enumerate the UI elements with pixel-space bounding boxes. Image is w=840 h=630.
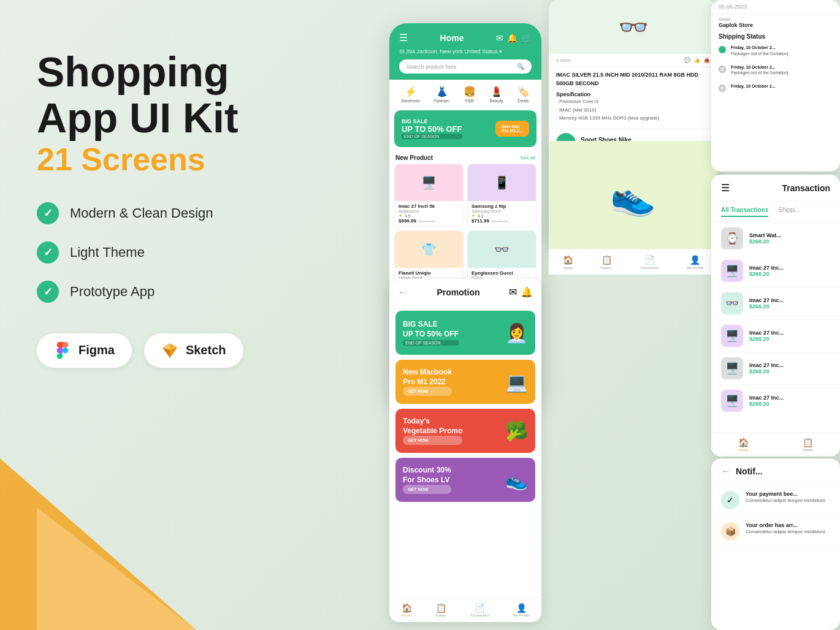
notif-item-1[interactable]: ✓ Your payment bee... Consectetur adipis… <box>711 485 840 516</box>
macbook-banner-img: 💻 <box>505 371 528 393</box>
notif-check-icon: ✓ <box>721 491 739 509</box>
sketch-button[interactable]: Sketch <box>144 333 243 368</box>
product-imac[interactable]: 🖥️ Imac 27 Inch 5k Applestore ★ 4.5 $999… <box>394 164 464 227</box>
promo-nav-home[interactable]: 🏠 Home <box>402 603 412 617</box>
cat-electronic[interactable]: ⚡ Electronic <box>401 86 420 103</box>
spec-items: - Processor Core i3 - IMAC (Mid 2010) - … <box>556 97 710 123</box>
hamburger-icon: ☰ <box>721 182 730 194</box>
see-all-link[interactable]: See all <box>521 155 535 161</box>
time-label: 0 mins <box>556 58 571 63</box>
promo-banner-macbook[interactable]: New MacbookPro M1 2022 GET NOW 💻 <box>395 360 535 404</box>
notification-screen: ← Notif... ✓ Your payment bee... Consect… <box>711 458 840 630</box>
shoe-profile-icon: 👤 <box>690 255 700 265</box>
trans-home-icon: 🏠 <box>738 438 749 447</box>
cat-beauty[interactable]: 💄 Beauty <box>490 86 503 103</box>
notif-title: Notif... <box>736 466 763 476</box>
feature-list: Modern & Clean Design Light Theme Protot… <box>37 202 356 303</box>
promo-banner-veggie[interactable]: Today'sVegetable Promo GET NOW 🥦 <box>395 409 535 453</box>
notif-item-2[interactable]: 📦 Your order has arr... Consectetur adip… <box>711 516 840 547</box>
back-icon[interactable]: ← <box>398 287 408 298</box>
trans-item-5[interactable]: 🖥️ Imac 27 Inc... $268.20 <box>711 352 840 385</box>
trans-item-6[interactable]: 🖥️ Imac 27 Inc... $268.20 <box>711 385 840 417</box>
trans-item-1[interactable]: ⌚ Smart Wat... $268.20 <box>711 222 840 255</box>
spec-title: Spesification <box>556 91 710 97</box>
product-samsung[interactable]: 📱 Samsung z flip Samsung store ★ 4.2 $71… <box>467 164 536 227</box>
promo-banner: BIG SALE UP TO 50% OFF END OF SEASON New… <box>394 110 536 147</box>
cat-fb[interactable]: 🍔 F&B <box>464 86 476 103</box>
figma-label: Figma <box>78 343 115 357</box>
shoe-transaction-icon: 📄 <box>644 255 655 265</box>
figma-icon <box>54 342 71 359</box>
cat-fashion[interactable]: 👗 Fashion <box>434 86 449 103</box>
home-title: Home <box>440 33 464 43</box>
promo-screen: ← Promotion ✉ 🔔 BIG SALEUP TO 50% OFF EN… <box>389 279 541 622</box>
shoe-nav-profile[interactable]: 👤 My Profile <box>687 255 703 270</box>
macbook-banner-text: New MacbookPro M1 2022 GET NOW <box>403 368 452 396</box>
transaction-screen: ☰ Transaction All Transactions Shippi...… <box>711 175 840 457</box>
step3-text: Friday, 10 October 2... <box>731 83 776 89</box>
category-bar: ⚡ Electronic 👗 Fashion 🍔 F&B 💄 Beauty 🏷️… <box>389 80 541 107</box>
trans-img-6: 🖥️ <box>721 390 743 412</box>
search-icon: 🔍 <box>517 63 524 70</box>
transaction-title: Transaction <box>782 183 830 193</box>
trans-img-1: ⌚ <box>721 227 743 249</box>
promo-nav-transaction[interactable]: 📄 Transaction <box>470 603 489 617</box>
banner-text: BIG SALE UP TO 50% OFF END OF SEASON <box>402 118 462 139</box>
step2-text: Friday, 10 October 2... Packages out of … <box>731 64 788 77</box>
shoe-nav-transaction[interactable]: 📄 Transaction <box>640 255 659 270</box>
promo-banner-sale[interactable]: BIG SALEUP TO 50% OFF END OF SEASON 👩‍💼 <box>395 311 535 355</box>
products-grid: 🖥️ Imac 27 Inch 5k Applestore ★ 4.5 $999… <box>389 164 541 297</box>
promo-nav-profile[interactable]: 👤 My Profile <box>513 603 530 617</box>
search-bar[interactable]: Search product here 🔍 <box>399 59 532 74</box>
shoe-nav-home[interactable]: 🏠 Home <box>563 255 573 270</box>
message-icon: 💬 <box>684 58 690 63</box>
step1-dot <box>719 46 726 53</box>
step1-text: Friday, 10 October 2... Packages out of … <box>731 45 788 57</box>
tab-shipping[interactable]: Shippi... <box>778 207 800 217</box>
seller-info: Seller Gaplok Store <box>711 14 840 31</box>
step-2: Friday, 10 October 2... Packages out of … <box>711 61 840 80</box>
trans-info-4: Imac 27 Inc... $268.20 <box>749 330 830 342</box>
trans-item-3[interactable]: 👓 Imac 27 Inc... $268.20 <box>711 287 840 320</box>
trans-feeds-icon: 📋 <box>803 438 813 447</box>
shipping-date-row: 05-06-2023 <box>711 0 840 14</box>
trans-nav-feeds[interactable]: 📋 Feeds <box>803 438 813 452</box>
veggie-banner-text: Today'sVegetable Promo GET NOW <box>403 417 462 445</box>
banner-right: New MacPro M1 2... <box>495 121 529 137</box>
product-info-imac: Imac 27 Inch 5k Applestore ★ 4.5 $999.99… <box>395 201 463 226</box>
figma-button[interactable]: Figma <box>37 333 132 368</box>
screens-count: 21 Screens <box>37 141 356 178</box>
notif-text-2: Your order has arr... Consectetur adipis… <box>746 522 825 536</box>
sketch-icon <box>161 342 178 359</box>
product-details: IMAC SILVER 21.5 INCH MID 2010/2011 RAM … <box>549 67 717 126</box>
shipping-status-title: Shipping Status <box>711 31 840 41</box>
header-icons: ✉ 🔔 🛒 <box>496 33 532 43</box>
feature-modern: Modern & Clean Design <box>37 202 356 224</box>
shipping-screen: 05-06-2023 Seller Gaplok Store Shipping … <box>711 0 840 172</box>
shoes-banner-img: 👟 <box>505 469 528 491</box>
action-icons: 💬 👍 📤 <box>684 58 710 63</box>
product-img-flanell: 👕 <box>395 231 463 268</box>
product-img-gucci: 👓 <box>468 231 536 268</box>
menu-icon: ☰ <box>399 32 408 44</box>
share-icon: 📤 <box>704 58 710 63</box>
promo-banner-shoes[interactable]: Discount 30%For Shoes LV GET NOW 👟 <box>395 458 535 502</box>
trans-nav-home[interactable]: 🏠 Home <box>738 438 749 452</box>
trans-info-5: Imac 27 Inc... $268.20 <box>749 362 830 374</box>
left-panel: Shopping App UI Kit 21 Screens Modern & … <box>37 49 356 368</box>
notif-header: ← Notif... <box>711 458 840 485</box>
shoe-nav-feeds[interactable]: 📋 Feeds <box>601 255 612 270</box>
trans-item-2[interactable]: 🖥️ Imac 27 Inc... $268.20 <box>711 255 840 287</box>
promo-header-icons: ✉ 🔔 <box>509 286 533 298</box>
promo-nav-feeds[interactable]: 📋 Feeds <box>436 603 446 617</box>
transaction-header: ☰ Transaction <box>711 175 840 202</box>
back-notif-icon[interactable]: ← <box>721 466 731 477</box>
feature-light: Light Theme <box>37 241 356 264</box>
promo-bell-icon: 🔔 <box>521 286 533 298</box>
product-img-imac: 🖥️ <box>395 164 463 201</box>
tab-all-transactions[interactable]: All Transactions <box>721 207 768 217</box>
title-line1: Shopping <box>37 49 356 95</box>
sale-banner-text: BIG SALEUP TO 50% OFF END OF SEASON <box>403 320 459 346</box>
cat-deals[interactable]: 🏷️ Deals <box>517 86 530 103</box>
trans-item-4[interactable]: 🖥️ Imac 27 Inc... $268.20 <box>711 320 840 352</box>
